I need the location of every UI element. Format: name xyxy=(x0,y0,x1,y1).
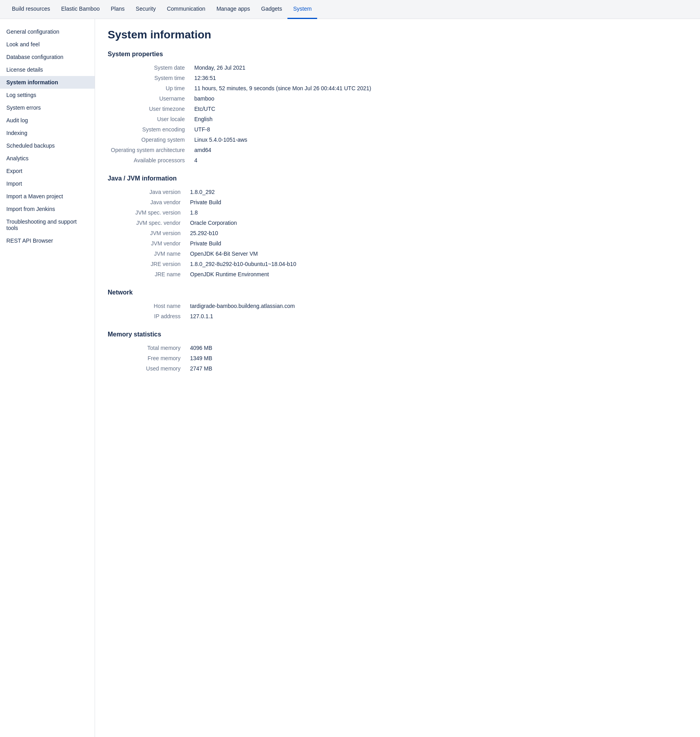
nav-item-security[interactable]: Security xyxy=(130,0,162,19)
sidebar-item-export[interactable]: Export xyxy=(0,165,95,177)
row-value: Linux 5.4.0-1051-aws xyxy=(191,135,687,145)
row-label: JVM version xyxy=(108,228,187,238)
info-table: Total memory4096 MBFree memory1349 MBUse… xyxy=(108,343,687,374)
table-row: JVM nameOpenJDK 64-Bit Server VM xyxy=(108,249,687,259)
row-label: Free memory xyxy=(108,353,187,363)
row-label: JVM spec. version xyxy=(108,207,187,218)
row-value: 4096 MB xyxy=(187,343,687,353)
table-row: Available processors4 xyxy=(108,155,687,165)
table-row: System dateMonday, 26 Jul 2021 xyxy=(108,63,687,73)
table-row: User timezoneEtc/UTC xyxy=(108,104,687,114)
table-row: JVM version25.292-b10 xyxy=(108,228,687,238)
sidebar-item-rest-api-browser[interactable]: REST API Browser xyxy=(0,234,95,247)
sidebar-item-license-details[interactable]: License details xyxy=(0,63,95,76)
row-label: User locale xyxy=(108,114,191,124)
row-label: Username xyxy=(108,93,191,104)
sidebar-item-database-configuration[interactable]: Database configuration xyxy=(0,51,95,63)
row-label: Total memory xyxy=(108,343,187,353)
row-value: 4 xyxy=(191,155,687,165)
info-table: System dateMonday, 26 Jul 2021System tim… xyxy=(108,63,687,165)
sidebar-item-look-and-feel[interactable]: Look and feel xyxy=(0,38,95,51)
sidebar-item-scheduled-backups[interactable]: Scheduled backups xyxy=(0,139,95,152)
table-row: System time12:36:51 xyxy=(108,73,687,83)
nav-item-system[interactable]: System xyxy=(287,0,317,19)
table-row: Free memory1349 MB xyxy=(108,353,687,363)
sections-container: System propertiesSystem dateMonday, 26 J… xyxy=(108,51,687,374)
row-value: OpenJDK Runtime Environment xyxy=(187,269,687,279)
row-value: 127.0.1.1 xyxy=(187,311,687,321)
row-value: 1.8.0_292 xyxy=(187,187,687,197)
row-label: JRE version xyxy=(108,259,187,269)
row-label: JRE name xyxy=(108,269,187,279)
row-value: bamboo xyxy=(191,93,687,104)
sidebar-item-import[interactable]: Import xyxy=(0,177,95,190)
nav-item-communication[interactable]: Communication xyxy=(161,0,211,19)
table-row: JRE version1.8.0_292-8u292-b10-0ubuntu1~… xyxy=(108,259,687,269)
row-label: IP address xyxy=(108,311,187,321)
table-row: Operating system architectureamd64 xyxy=(108,145,687,155)
sidebar: General configurationLook and feelDataba… xyxy=(0,19,95,737)
row-value: Private Build xyxy=(187,238,687,249)
section-heading: Java / JVM information xyxy=(108,175,687,182)
row-value: Etc/UTC xyxy=(191,104,687,114)
row-value: OpenJDK 64-Bit Server VM xyxy=(187,249,687,259)
nav-item-gadgets[interactable]: Gadgets xyxy=(256,0,288,19)
row-label: JVM name xyxy=(108,249,187,259)
sidebar-item-log-settings[interactable]: Log settings xyxy=(0,89,95,101)
table-row: IP address127.0.1.1 xyxy=(108,311,687,321)
row-label: Java version xyxy=(108,187,187,197)
row-value: 12:36:51 xyxy=(191,73,687,83)
row-value: 1349 MB xyxy=(187,353,687,363)
section-heading: System properties xyxy=(108,51,687,58)
sidebar-item-troubleshooting-and-support-tools[interactable]: Troubleshooting and support tools xyxy=(0,215,95,234)
sidebar-item-system-errors[interactable]: System errors xyxy=(0,101,95,114)
sidebar-item-system-information[interactable]: System information xyxy=(0,76,95,89)
row-value: English xyxy=(191,114,687,124)
top-nav: Build resourcesElastic BambooPlansSecuri… xyxy=(0,0,700,19)
row-label: Java vendor xyxy=(108,197,187,207)
row-label: Available processors xyxy=(108,155,191,165)
sidebar-item-import-a-maven-project[interactable]: Import a Maven project xyxy=(0,190,95,203)
nav-item-plans[interactable]: Plans xyxy=(105,0,130,19)
row-label: System encoding xyxy=(108,124,191,135)
table-row: Usernamebamboo xyxy=(108,93,687,104)
nav-item-manage-apps[interactable]: Manage apps xyxy=(211,0,256,19)
row-label: System date xyxy=(108,63,191,73)
nav-item-elastic-bamboo[interactable]: Elastic Bamboo xyxy=(56,0,105,19)
table-row: JVM spec. vendorOracle Corporation xyxy=(108,218,687,228)
row-value: amd64 xyxy=(191,145,687,155)
row-label: JVM vendor xyxy=(108,238,187,249)
row-label: Operating system xyxy=(108,135,191,145)
row-label: Operating system architecture xyxy=(108,145,191,155)
sidebar-item-indexing[interactable]: Indexing xyxy=(0,127,95,139)
row-value: 25.292-b10 xyxy=(187,228,687,238)
table-row: Operating systemLinux 5.4.0-1051-aws xyxy=(108,135,687,145)
row-label: System time xyxy=(108,73,191,83)
row-label: Host name xyxy=(108,301,187,311)
row-value: 2747 MB xyxy=(187,363,687,374)
row-label: JVM spec. vendor xyxy=(108,218,187,228)
page-layout: General configurationLook and feelDataba… xyxy=(0,19,700,737)
table-row: JVM vendorPrivate Build xyxy=(108,238,687,249)
sidebar-item-audit-log[interactable]: Audit log xyxy=(0,114,95,127)
sidebar-item-analytics[interactable]: Analytics xyxy=(0,152,95,165)
table-row: Java version1.8.0_292 xyxy=(108,187,687,197)
sidebar-item-general-configuration[interactable]: General configuration xyxy=(0,25,95,38)
row-label: Used memory xyxy=(108,363,187,374)
row-value: 1.8 xyxy=(187,207,687,218)
table-row: JRE nameOpenJDK Runtime Environment xyxy=(108,269,687,279)
section-heading: Memory statistics xyxy=(108,331,687,338)
row-value: Oracle Corporation xyxy=(187,218,687,228)
table-row: User localeEnglish xyxy=(108,114,687,124)
table-row: Used memory2747 MB xyxy=(108,363,687,374)
row-label: User timezone xyxy=(108,104,191,114)
sidebar-item-import-from-jenkins[interactable]: Import from Jenkins xyxy=(0,203,95,215)
nav-item-build-resources[interactable]: Build resources xyxy=(6,0,56,19)
page-title: System information xyxy=(108,28,687,41)
table-row: Java vendorPrivate Build xyxy=(108,197,687,207)
info-table: Java version1.8.0_292Java vendorPrivate … xyxy=(108,187,687,279)
main-content: System information System propertiesSyst… xyxy=(95,19,700,737)
row-value: 1.8.0_292-8u292-b10-0ubuntu1~18.04-b10 xyxy=(187,259,687,269)
table-row: Host nametardigrade-bamboo.buildeng.atla… xyxy=(108,301,687,311)
table-row: Total memory4096 MB xyxy=(108,343,687,353)
